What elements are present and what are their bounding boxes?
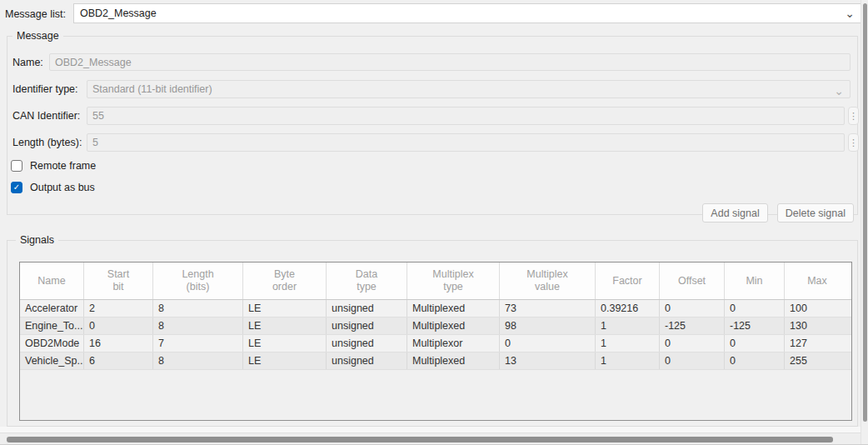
table-cell[interactable]: 98: [500, 318, 596, 334]
stepper-dots-icon: ⋮: [849, 112, 858, 120]
table-cell[interactable]: Multiplexed: [407, 318, 500, 334]
table-cell[interactable]: 8: [153, 318, 243, 334]
can-identifier-value: 55: [92, 110, 104, 122]
table-cell[interactable]: LE: [243, 318, 327, 334]
column-header-3[interactable]: Byte order: [243, 262, 327, 299]
table-cell[interactable]: -125: [725, 318, 785, 334]
column-header-1[interactable]: Start bit: [84, 262, 153, 299]
checkbox-box[interactable]: ✓: [11, 160, 22, 172]
table-cell[interactable]: 100: [785, 300, 850, 317]
table-cell[interactable]: 0: [725, 335, 785, 352]
table-cell[interactable]: Multiplexed: [407, 352, 500, 369]
column-header-9[interactable]: Min: [725, 262, 785, 299]
table-cell[interactable]: 0: [500, 335, 596, 352]
signals-table-body: Accelerator28LEunsignedMultiplexed730.39…: [20, 300, 851, 370]
identifier-type-label: Identifier type:: [12, 83, 78, 95]
output-as-bus-checkbox[interactable]: ✓ Output as bus: [11, 182, 95, 193]
table-cell[interactable]: 8: [153, 352, 243, 369]
table-cell[interactable]: Multiplexor: [407, 335, 500, 352]
table-cell[interactable]: 2: [84, 300, 153, 317]
table-cell[interactable]: Vehicle_Sp...: [20, 352, 84, 369]
vertical-scrollbar[interactable]: [861, 0, 868, 445]
signals-table[interactable]: NameStart bitLength (bits)Byte orderData…: [19, 262, 852, 421]
length-bytes-label: Length (bytes):: [12, 137, 82, 148]
table-cell[interactable]: Multiplexed: [407, 300, 500, 317]
table-cell[interactable]: unsigned: [327, 335, 407, 352]
bottom-gap-band: [0, 427, 861, 432]
table-cell[interactable]: unsigned: [327, 300, 407, 317]
table-cell[interactable]: 1: [596, 335, 660, 352]
length-bytes-stepper[interactable]: ⋮: [848, 133, 859, 152]
length-bytes-value: 5: [92, 137, 98, 148]
horizontal-scrollbar-thumb[interactable]: [7, 437, 833, 442]
table-cell[interactable]: LE: [243, 352, 327, 369]
add-signal-button[interactable]: Add signal: [702, 203, 767, 222]
table-cell[interactable]: LE: [243, 335, 327, 352]
column-header-10[interactable]: Max: [785, 262, 850, 299]
table-row[interactable]: Accelerator28LEunsignedMultiplexed730.39…: [20, 300, 851, 318]
chevron-down-icon: ⌄: [845, 5, 855, 22]
can-message-editor-panel: Message list: OBD2_Message ⌄ Message Nam…: [0, 0, 868, 445]
column-header-0[interactable]: Name: [20, 262, 84, 299]
message-list-select[interactable]: OBD2_Message ⌄: [73, 3, 861, 23]
delete-signal-button[interactable]: Delete signal: [777, 203, 854, 222]
table-cell[interactable]: 13: [500, 352, 596, 369]
can-identifier-field[interactable]: 55: [87, 107, 845, 125]
length-bytes-field[interactable]: 5: [87, 133, 845, 152]
table-cell[interactable]: 0: [660, 300, 725, 317]
table-row[interactable]: OBD2Mode167LEunsignedMultiplexor0100127: [20, 335, 851, 352]
table-cell[interactable]: 0: [725, 300, 785, 317]
can-identifier-label: CAN Identifier:: [12, 110, 80, 122]
table-cell[interactable]: 1: [596, 318, 660, 334]
name-field[interactable]: OBD2_Message: [49, 53, 851, 71]
table-cell[interactable]: OBD2Mode: [20, 335, 84, 352]
table-cell[interactable]: Accelerator: [20, 300, 84, 317]
table-cell[interactable]: -125: [660, 318, 725, 334]
message-groupbox: Message Name: OBD2_Message Identifier ty…: [7, 36, 858, 215]
message-list-value: OBD2_Message: [80, 8, 157, 19]
table-cell[interactable]: 255: [785, 352, 850, 369]
table-cell[interactable]: 0.39216: [596, 300, 660, 317]
table-cell[interactable]: 6: [84, 352, 153, 369]
table-cell[interactable]: 1: [596, 352, 660, 369]
table-cell[interactable]: 0: [660, 335, 725, 352]
table-cell[interactable]: 16: [84, 335, 153, 352]
column-header-6[interactable]: Multiplex value: [500, 262, 596, 299]
identifier-type-value: Standard (11-bit identifier): [92, 83, 212, 95]
table-cell[interactable]: unsigned: [327, 352, 407, 369]
checkbox-box[interactable]: ✓: [11, 182, 22, 193]
name-label: Name:: [12, 57, 43, 68]
column-header-8[interactable]: Offset: [660, 262, 725, 299]
table-row[interactable]: Engine_To...08LEunsignedMultiplexed981-1…: [20, 318, 851, 335]
table-cell[interactable]: 7: [153, 335, 243, 352]
chevron-down-icon: ⌄: [834, 82, 844, 98]
table-cell[interactable]: unsigned: [327, 318, 407, 334]
signals-groupbox-title: Signals: [16, 233, 58, 247]
column-header-2[interactable]: Length (bits): [153, 262, 243, 299]
column-header-7[interactable]: Factor: [596, 262, 660, 299]
table-cell[interactable]: 0: [84, 318, 153, 334]
can-identifier-stepper[interactable]: ⋮: [848, 107, 859, 125]
table-cell[interactable]: Engine_To...: [20, 318, 84, 334]
identifier-type-select[interactable]: Standard (11-bit identifier) ⌄: [87, 80, 851, 98]
name-field-value: OBD2_Message: [55, 57, 132, 68]
table-cell[interactable]: 130: [785, 318, 850, 334]
table-cell[interactable]: 0: [725, 352, 785, 369]
signals-table-empty-area: [20, 370, 851, 420]
remote-frame-checkbox[interactable]: ✓ Remote frame: [11, 160, 96, 172]
stepper-dots-icon: ⋮: [849, 138, 858, 147]
table-cell[interactable]: 127: [785, 335, 850, 352]
table-cell[interactable]: 8: [153, 300, 243, 317]
column-header-4[interactable]: Data type: [327, 262, 407, 299]
table-row[interactable]: Vehicle_Sp...68LEunsignedMultiplexed1310…: [20, 352, 851, 370]
signals-table-header: NameStart bitLength (bits)Byte orderData…: [20, 262, 851, 300]
table-cell[interactable]: 73: [500, 300, 596, 317]
table-cell[interactable]: 0: [660, 352, 725, 369]
horizontal-scrollbar[interactable]: [0, 432, 861, 445]
vertical-scrollbar-thumb[interactable]: [863, 3, 867, 422]
table-cell[interactable]: LE: [243, 300, 327, 317]
signal-actions: Add signal Delete signal: [702, 203, 854, 222]
column-header-5[interactable]: Multiplex type: [407, 262, 500, 299]
output-as-bus-label: Output as bus: [30, 182, 95, 193]
remote-frame-label: Remote frame: [30, 160, 96, 172]
